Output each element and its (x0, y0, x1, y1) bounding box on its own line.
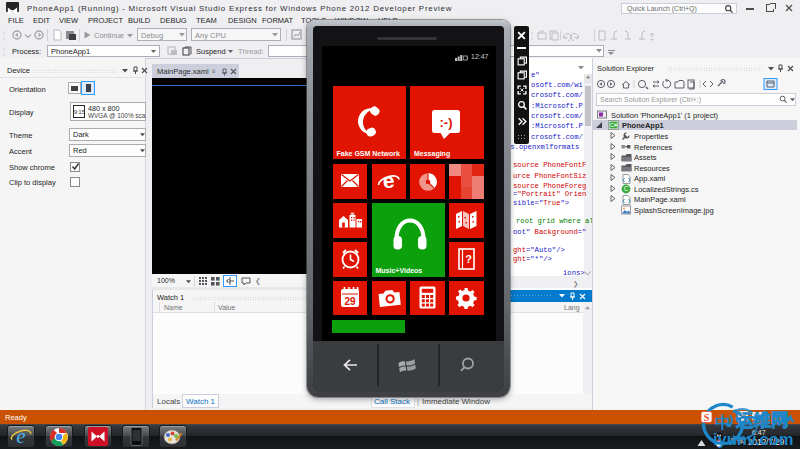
svg-text:C#: C# (610, 122, 618, 128)
svg-text:运维网: 运维网 (735, 410, 789, 430)
svg-text:e: e (16, 426, 25, 447)
svg-text::-): :-) (440, 115, 453, 130)
svg-text:S: S (704, 412, 710, 423)
svg-text:e: e (381, 169, 395, 192)
svg-text:C: C (624, 185, 629, 192)
svg-text:中: 中 (715, 414, 731, 431)
svg-text:iyunv.com: iyunv.com (713, 430, 793, 448)
svg-text:?: ? (465, 253, 472, 265)
svg-text:29: 29 (344, 296, 356, 307)
